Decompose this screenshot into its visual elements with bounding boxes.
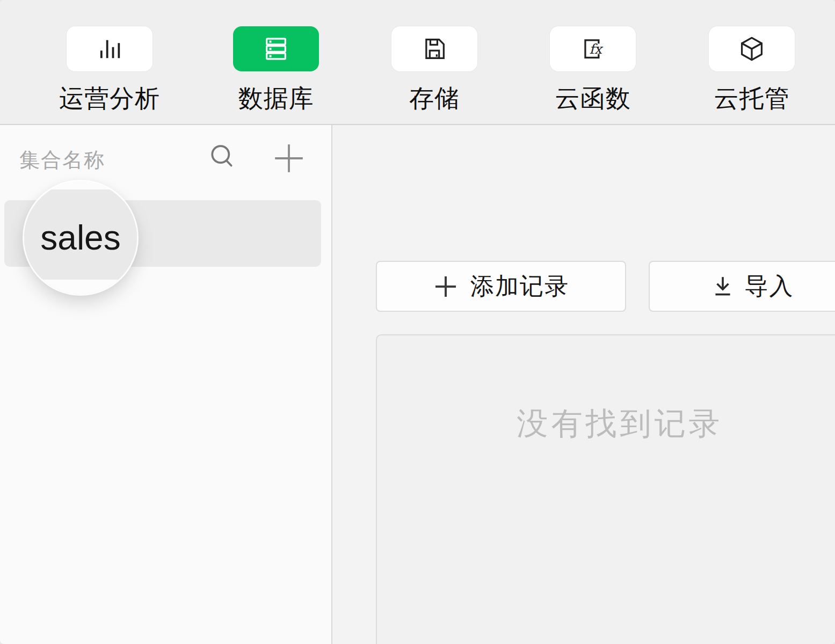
tab-cloud-hosting[interactable]: 云托管 (682, 0, 822, 124)
cloudbase-console-window: 运营分析 数据库 (0, 0, 835, 644)
tab-label: 云托管 (714, 82, 790, 115)
collections-sidebar: 集合名称 sales sales (0, 125, 332, 644)
cube-icon[interactable] (709, 26, 795, 71)
import-label: 导入 (745, 270, 794, 302)
plus-icon (433, 274, 459, 299)
tab-label: 存储 (409, 82, 460, 115)
svg-text:fx: fx (590, 41, 604, 57)
download-icon (710, 274, 735, 299)
save-icon[interactable] (391, 26, 477, 71)
add-record-button[interactable]: 添加记录 (376, 261, 626, 312)
import-button[interactable]: 导入 (649, 261, 835, 312)
function-fx-icon[interactable]: fx (550, 26, 636, 71)
no-records-message: 没有找到记录 (377, 403, 835, 445)
tab-label: 云函数 (555, 82, 631, 115)
tab-storage[interactable]: 存储 (365, 0, 504, 124)
tab-label: 运营分析 (59, 82, 160, 115)
add-collection-icon[interactable] (274, 143, 304, 173)
top-toolbar: 运营分析 数据库 (0, 0, 835, 125)
records-empty-panel: 没有找到记录 (376, 334, 835, 644)
records-main-area: 添加记录 导入 没有找到记录 (332, 125, 835, 644)
tab-operations-analysis[interactable]: 运营分析 (40, 0, 179, 124)
search-icon[interactable] (207, 141, 237, 173)
tab-label: 数据库 (238, 82, 314, 115)
bar-chart-icon[interactable] (67, 26, 153, 71)
database-icon[interactable] (233, 26, 319, 71)
collection-name-label: 集合名称 (19, 147, 105, 174)
tab-cloud-functions[interactable]: fx 云函数 (523, 0, 663, 124)
add-record-label: 添加记录 (470, 270, 569, 302)
loupe-text: sales (40, 218, 120, 258)
magnifier-loupe-annotation: sales (24, 181, 137, 294)
tab-database[interactable]: 数据库 (206, 0, 346, 124)
